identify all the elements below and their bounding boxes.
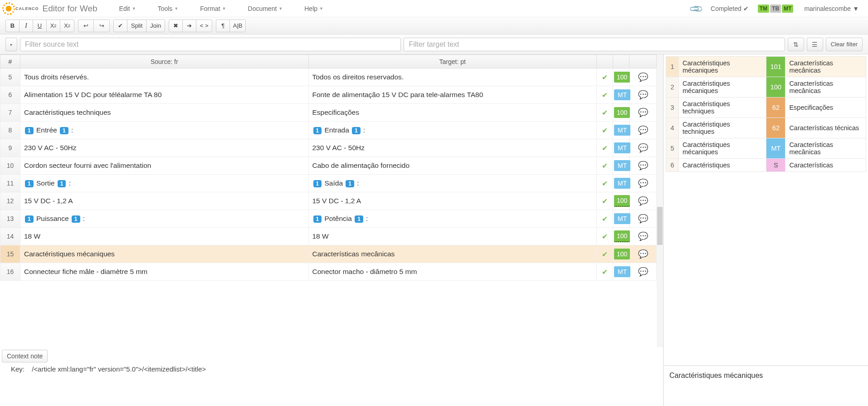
next-tag-button[interactable]: ➔ — [183, 20, 196, 32]
status-cell[interactable] — [597, 157, 613, 175]
tm-row[interactable]: 5Caractéristiques mécaniquesMTCaracterís… — [666, 138, 866, 159]
target-cell[interactable]: Cabo de alimentação fornecido — [308, 157, 597, 175]
segment-row[interactable]: 10Cordon secteur fourni avec l'alimentat… — [0, 157, 657, 175]
target-cell[interactable]: Especificações — [308, 104, 597, 122]
target-cell[interactable]: Características mecânicas — [308, 245, 597, 263]
source-cell[interactable]: Connecteur fiche mâle - diamètre 5 mm — [20, 263, 309, 281]
show-formatting-button[interactable]: ¶ — [216, 20, 230, 32]
scrollbar-thumb[interactable] — [657, 207, 663, 245]
status-cell[interactable] — [597, 68, 613, 86]
target-cell[interactable]: 230 V AC - 50Hz — [308, 139, 597, 157]
clear-filter-button[interactable]: Clear filter — [826, 38, 863, 51]
comment-icon[interactable]: 💬 — [629, 157, 657, 175]
target-cell[interactable]: 15 V DC - 1,2 A — [308, 192, 597, 210]
target-cell[interactable]: 1 Entrada 1 : — [308, 122, 597, 139]
filter-menu-button[interactable]: ▸ — [5, 38, 17, 51]
user-menu[interactable]: marinalescombe▼ — [804, 5, 859, 12]
segment-row[interactable]: 1215 V DC - 1,2 A15 V DC - 1,2 A100💬 — [0, 192, 657, 210]
menu-document[interactable]: Document▼ — [237, 5, 294, 12]
segment-row[interactable]: 111 Sortie 1 :1 Saída 1 :MT💬 — [0, 175, 657, 192]
swap-button[interactable]: ⇅ — [788, 38, 804, 51]
tm-row[interactable]: 6CaractéristiquesSCaracterísticas — [666, 159, 866, 172]
context-note-button[interactable]: Context note — [2, 350, 48, 362]
status-cell[interactable] — [597, 122, 613, 139]
status-cell[interactable] — [597, 210, 613, 228]
target-cell[interactable]: Todos os direitos reservados. — [308, 68, 597, 86]
segment-row[interactable]: 81 Entrée 1 :1 Entrada 1 :MT💬 — [0, 122, 657, 139]
badge-mt[interactable]: MT — [782, 5, 793, 13]
comment-icon[interactable]: 💬 — [629, 86, 657, 104]
segment-row[interactable]: 1418 W18 W100💬 — [0, 228, 657, 245]
source-cell[interactable]: 230 V AC - 50Hz — [20, 139, 309, 157]
join-button[interactable]: Join — [146, 20, 165, 32]
comment-icon[interactable]: 💬 — [629, 192, 657, 210]
bold-button[interactable]: B — [6, 20, 20, 32]
comment-icon[interactable]: 💬 — [629, 122, 657, 139]
target-cell[interactable]: 18 W — [308, 228, 597, 245]
menu-edit[interactable]: Edit▼ — [108, 5, 147, 12]
filter-target-input[interactable] — [404, 38, 785, 51]
status-cell[interactable] — [597, 192, 613, 210]
case-button[interactable]: A|B — [230, 20, 245, 32]
comment-icon[interactable]: 💬 — [629, 139, 657, 157]
comment-icon[interactable]: 💬 — [629, 104, 657, 122]
status-cell[interactable] — [597, 139, 613, 157]
source-cell[interactable]: Caractéristiques techniques — [20, 104, 309, 122]
status-cell[interactable] — [597, 263, 613, 281]
segment-row[interactable]: 16Connecteur fiche mâle - diamètre 5 mmC… — [0, 263, 657, 281]
segment-row[interactable]: 6Alimentation 15 V DC pour téléalarme TA… — [0, 86, 657, 104]
status-completed[interactable]: Completed — [711, 5, 749, 12]
comment-icon[interactable]: 💬 — [629, 245, 657, 263]
target-cell[interactable]: Conector macho - diâmetro 5 mm — [308, 263, 597, 281]
col-source[interactable]: Source: fr — [20, 55, 309, 68]
undo-button[interactable]: ↩ — [78, 20, 94, 32]
comment-icon[interactable]: 💬 — [629, 228, 657, 245]
segment-row[interactable]: 5Tous droits réservés.Todos os direitos … — [0, 68, 657, 86]
tm-row[interactable]: 4Caractéristiques techniques62Caracterís… — [666, 118, 866, 138]
source-cell[interactable]: Tous droits réservés. — [20, 68, 309, 86]
menu-tools[interactable]: Tools▼ — [147, 5, 190, 12]
list-view-button[interactable]: ☰ — [807, 38, 823, 51]
segment-row[interactable]: 9230 V AC - 50Hz230 V AC - 50HzMT💬 — [0, 139, 657, 157]
insert-tag-button[interactable]: < > — [196, 20, 212, 32]
status-cell[interactable] — [597, 175, 613, 192]
menu-help[interactable]: Help▼ — [293, 5, 334, 12]
target-cell[interactable]: 1 Saída 1 : — [308, 175, 597, 192]
menu-format[interactable]: Format▼ — [189, 5, 237, 12]
col-target[interactable]: Target: pt — [308, 55, 597, 68]
superscript-button[interactable]: X2 — [60, 20, 74, 32]
status-cell[interactable] — [597, 228, 613, 245]
badge-tm[interactable]: TM — [758, 5, 769, 13]
source-cell[interactable]: 1 Sortie 1 : — [20, 175, 309, 192]
status-cell[interactable] — [597, 104, 613, 122]
source-cell[interactable]: 1 Entrée 1 : — [20, 122, 309, 139]
tm-row[interactable]: 1Caractéristiques mécaniques101Caracterí… — [666, 57, 866, 77]
comment-icon[interactable]: 💬 — [629, 210, 657, 228]
scrollbar[interactable] — [657, 54, 663, 347]
tm-row[interactable]: 2Caractéristiques mécaniques100Caracterí… — [666, 77, 866, 98]
segment-row[interactable]: 15Caractéristiques mécaniquesCaracteríst… — [0, 245, 657, 263]
split-button[interactable]: Split — [127, 20, 146, 32]
segment-row[interactable]: 7Caractéristiques techniquesEspecificaçõ… — [0, 104, 657, 122]
status-cell[interactable] — [597, 245, 613, 263]
status-cell[interactable] — [597, 86, 613, 104]
attachment-icon[interactable]: 📎 — [688, 0, 704, 16]
badge-tb[interactable]: TB — [770, 5, 781, 13]
col-number[interactable]: # — [0, 55, 20, 68]
redo-button[interactable]: ↪ — [94, 20, 109, 32]
italic-button[interactable]: I — [20, 20, 33, 32]
target-cell[interactable]: 1 Potência 1 : — [308, 210, 597, 228]
comment-icon[interactable]: 💬 — [629, 175, 657, 192]
tm-row[interactable]: 3Caractéristiques techniques62Especifica… — [666, 98, 866, 118]
source-cell[interactable]: 1 Puissance 1 : — [20, 210, 309, 228]
comment-icon[interactable]: 💬 — [629, 263, 657, 281]
source-cell[interactable]: Caractéristiques mécaniques — [20, 245, 309, 263]
segment-row[interactable]: 131 Puissance 1 :1 Potência 1 :MT💬 — [0, 210, 657, 228]
filter-source-input[interactable] — [20, 38, 401, 51]
comment-icon[interactable]: 💬 — [629, 68, 657, 86]
confirm-button[interactable] — [114, 20, 127, 32]
subscript-button[interactable]: X2 — [47, 20, 60, 32]
target-cell[interactable]: Fonte de alimentação 15 V DC para tele-a… — [308, 86, 597, 104]
source-cell[interactable]: Cordon secteur fourni avec l'alimentatio… — [20, 157, 309, 175]
source-cell[interactable]: Alimentation 15 V DC pour téléalarme TA … — [20, 86, 309, 104]
